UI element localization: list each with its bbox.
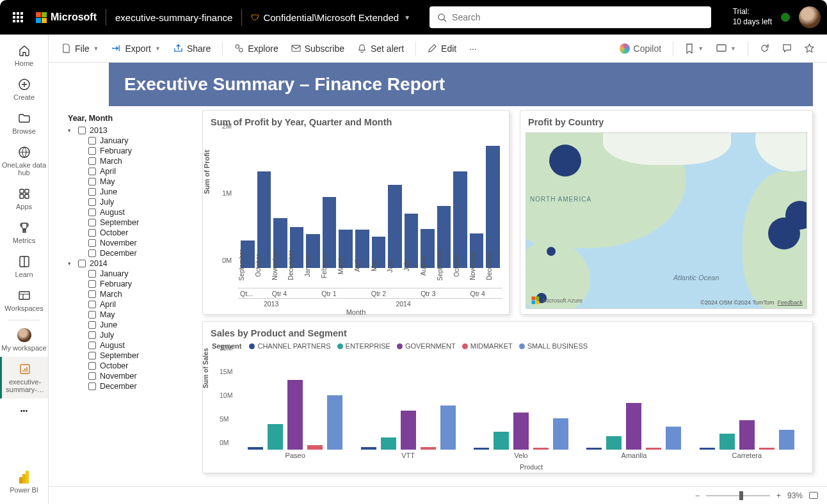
fit-to-page-button[interactable] — [809, 492, 818, 499]
bar[interactable] — [474, 448, 489, 450]
slicer-month[interactable]: August — [68, 340, 196, 350]
more-button[interactable]: ··· — [464, 41, 482, 56]
avatar[interactable] — [799, 6, 821, 28]
slicer-month[interactable]: May — [68, 177, 196, 187]
slicer-month[interactable]: January — [68, 136, 196, 146]
nav-browse[interactable]: Browse — [0, 106, 48, 140]
nav-learn[interactable]: Learn — [0, 249, 48, 283]
bar[interactable] — [421, 447, 436, 450]
nav-workspaces[interactable]: Workspaces — [0, 283, 48, 317]
legend-item[interactable]: MIDMARKET — [462, 342, 513, 350]
slicer-month[interactable]: September — [68, 350, 196, 361]
breadcrumb[interactable]: executive-summary-finance — [115, 12, 232, 23]
map-body[interactable]: NORTH AMERICA Atlantic Ocean Microsoft A… — [526, 132, 807, 309]
comment-button[interactable] — [777, 41, 797, 56]
nav-metrics[interactable]: Metrics — [0, 216, 48, 249]
explore-button[interactable]: Explore — [229, 41, 283, 56]
zoom-out-button[interactable]: − — [695, 491, 700, 500]
bar[interactable] — [287, 380, 303, 450]
bar[interactable] — [666, 427, 681, 450]
bar[interactable] — [268, 424, 283, 450]
bar[interactable] — [307, 445, 323, 450]
app-launcher-icon[interactable] — [6, 12, 29, 22]
subscribe-button[interactable]: Subscribe — [286, 41, 349, 56]
date-slicer[interactable]: Year, Month ▾2013JanuaryFebruaryMarchApr… — [49, 110, 202, 487]
bar[interactable] — [626, 403, 641, 450]
bar[interactable] — [586, 448, 602, 450]
legend-item[interactable]: CHANNEL PARTNERS — [249, 342, 330, 350]
slicer-month[interactable]: December — [68, 381, 196, 391]
copilot-button[interactable]: Copilot — [614, 41, 667, 56]
nav-onelake[interactable]: OneLake data hub — [0, 140, 48, 182]
sensitivity-label[interactable]: 🛡 Confidential\Microsoft Extended ▼ — [251, 12, 410, 23]
trial-indicator-icon[interactable] — [781, 13, 790, 22]
slicer-month[interactable]: June — [68, 187, 196, 197]
export-button[interactable]: Export▼ — [106, 41, 165, 56]
edit-button[interactable]: Edit — [422, 41, 462, 56]
bar[interactable] — [361, 447, 376, 450]
bar[interactable] — [440, 406, 456, 450]
slicer-month[interactable]: April — [68, 299, 196, 310]
slicer-year[interactable]: ▾2013 — [68, 125, 196, 136]
slicer-month[interactable]: July — [68, 197, 196, 207]
slicer-month[interactable]: June — [68, 320, 196, 330]
slicer-month[interactable]: July — [68, 330, 196, 340]
bar[interactable] — [779, 430, 794, 450]
bar[interactable] — [646, 448, 661, 450]
slicer-month[interactable]: March — [68, 289, 196, 299]
bar[interactable] — [606, 436, 622, 450]
bar[interactable] — [327, 395, 342, 450]
refresh-button[interactable] — [755, 41, 775, 56]
legend-item[interactable]: SMALL BUSINESS — [519, 342, 588, 350]
slicer-year[interactable]: ▾2014 — [68, 258, 196, 269]
favorite-button[interactable] — [799, 41, 819, 56]
slicer-month[interactable]: January — [68, 269, 196, 279]
bar[interactable] — [700, 448, 715, 450]
share-button[interactable]: Share — [168, 41, 216, 56]
file-button[interactable]: File▼ — [56, 41, 104, 56]
bar[interactable] — [494, 432, 509, 450]
map-bubble[interactable] — [549, 145, 581, 177]
slicer-month[interactable]: March — [68, 156, 196, 166]
slicer-month[interactable]: October — [68, 228, 196, 238]
nav-powerbi[interactable]: Power BI — [0, 465, 48, 499]
bar[interactable] — [513, 413, 529, 450]
bar[interactable] — [553, 418, 568, 450]
bookmark-button[interactable]: ▼ — [680, 41, 709, 56]
nav-apps[interactable]: Apps — [0, 182, 48, 216]
search-input[interactable] — [430, 6, 711, 28]
slicer-month[interactable]: May — [68, 310, 196, 320]
slicer-month[interactable]: October — [68, 361, 196, 371]
slicer-month[interactable]: September — [68, 217, 196, 228]
bar[interactable] — [719, 434, 735, 450]
slicer-month[interactable]: December — [68, 248, 196, 258]
nav-create[interactable]: Create — [0, 72, 48, 106]
nav-home[interactable]: Home — [0, 38, 48, 72]
profit-by-month-chart[interactable]: Sum of Profit by Year, Quarter and Month… — [202, 110, 510, 315]
slicer-month[interactable]: February — [68, 146, 196, 156]
slicer-month[interactable]: August — [68, 207, 196, 217]
nav-more[interactable]: ••• — [0, 398, 48, 423]
alert-button[interactable]: Set alert — [352, 41, 409, 56]
slicer-month[interactable]: November — [68, 371, 196, 381]
sales-by-product-chart[interactable]: Sales by Product and Segment Segment CHA… — [202, 321, 813, 473]
profit-by-country-map[interactable]: Profit by Country NORTH AMERICA Atlantic… — [520, 110, 813, 315]
bar[interactable] — [248, 447, 263, 450]
legend-item[interactable]: ENTERPRISE — [337, 342, 390, 350]
slicer-month[interactable]: April — [68, 166, 196, 177]
slicer-month[interactable]: November — [68, 238, 196, 248]
nav-my-workspace[interactable]: My workspace — [0, 323, 48, 357]
zoom-in-button[interactable]: + — [776, 491, 781, 500]
view-button[interactable]: ▼ — [711, 42, 741, 56]
bar[interactable] — [533, 448, 549, 450]
map-bubble[interactable] — [547, 247, 556, 256]
zoom-slider[interactable] — [706, 495, 770, 496]
slicer-month[interactable]: February — [68, 279, 196, 289]
bar[interactable] — [401, 411, 416, 450]
bar[interactable] — [381, 437, 396, 450]
bar[interactable] — [759, 448, 775, 450]
feedback-link[interactable]: Feedback — [777, 299, 803, 306]
nav-active-report[interactable]: executive-summary-… — [0, 357, 48, 398]
bar[interactable] — [739, 420, 755, 450]
legend-item[interactable]: GOVERNMENT — [397, 342, 456, 350]
